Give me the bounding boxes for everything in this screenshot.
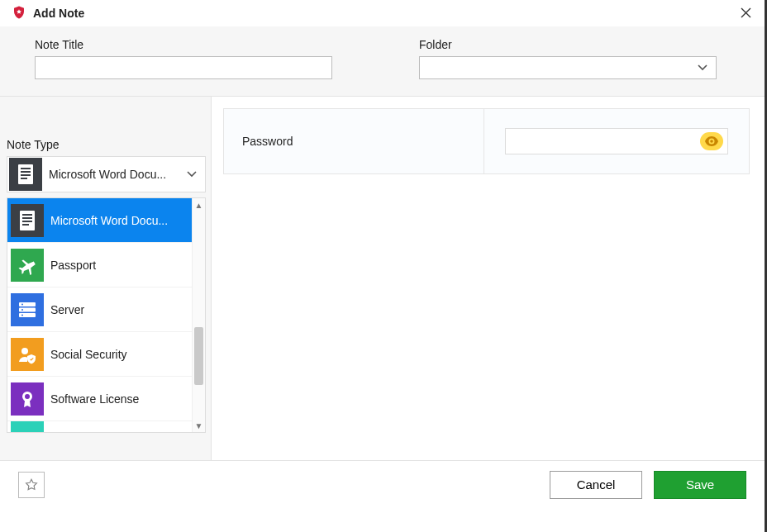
server-icon bbox=[11, 293, 44, 326]
document-icon bbox=[11, 204, 44, 237]
license-icon bbox=[11, 382, 44, 416]
scroll-up-arrow-icon: ▲ bbox=[193, 198, 205, 211]
list-item[interactable] bbox=[7, 421, 192, 432]
list-item[interactable]: Social Security bbox=[7, 332, 192, 377]
scrollbar[interactable]: ▲ ▼ bbox=[192, 198, 205, 432]
password-input-wrap bbox=[505, 128, 728, 154]
svg-rect-9 bbox=[22, 224, 29, 226]
cancel-button[interactable]: Cancel bbox=[550, 471, 642, 499]
favorite-button[interactable] bbox=[18, 472, 45, 498]
svg-point-16 bbox=[21, 348, 28, 354]
app-shield-icon bbox=[12, 5, 26, 22]
main-panel: Password bbox=[212, 97, 765, 460]
list-item-label: Software License bbox=[50, 392, 192, 406]
note-title-input[interactable] bbox=[35, 56, 332, 79]
save-button[interactable]: Save bbox=[654, 471, 746, 499]
password-field-row: Password bbox=[223, 108, 750, 174]
folder-label: Folder bbox=[419, 38, 717, 51]
chevron-down-icon bbox=[187, 171, 197, 178]
scroll-down-arrow-icon: ▼ bbox=[193, 419, 205, 432]
password-label: Password bbox=[242, 135, 293, 148]
svg-rect-1 bbox=[21, 168, 31, 169]
footer: Cancel Save bbox=[0, 460, 765, 508]
list-item-label: Passport bbox=[50, 259, 192, 272]
star-icon bbox=[24, 477, 39, 492]
svg-point-18 bbox=[25, 394, 30, 399]
document-icon bbox=[9, 158, 42, 191]
svg-point-14 bbox=[21, 309, 23, 311]
note-type-select-value: Microsoft Word Docu... bbox=[49, 168, 205, 181]
reveal-password-button[interactable] bbox=[700, 132, 723, 150]
plane-icon bbox=[11, 249, 44, 282]
svg-rect-2 bbox=[21, 171, 31, 173]
folder-select[interactable] bbox=[419, 56, 717, 79]
generic-icon bbox=[11, 421, 44, 432]
list-item[interactable]: Software License bbox=[7, 377, 192, 421]
window-title: Add Note bbox=[33, 7, 84, 20]
svg-rect-3 bbox=[21, 174, 31, 176]
list-item-label: Server bbox=[50, 303, 192, 316]
note-title-label: Note Title bbox=[35, 38, 332, 51]
list-item[interactable]: Server bbox=[7, 287, 192, 332]
sidebar: Note Type Microsoft Word Docu... Microso… bbox=[0, 97, 212, 460]
list-item-label: Microsoft Word Docu... bbox=[50, 214, 192, 227]
note-type-list: Microsoft Word Docu... Passport Server bbox=[7, 197, 206, 433]
svg-rect-7 bbox=[22, 217, 32, 219]
svg-point-15 bbox=[21, 314, 23, 316]
note-type-label: Note Type bbox=[0, 138, 211, 156]
svg-rect-6 bbox=[22, 214, 32, 216]
title-bar: Add Note bbox=[0, 0, 765, 26]
svg-point-19 bbox=[710, 140, 713, 143]
eye-icon bbox=[705, 136, 718, 146]
close-icon bbox=[741, 7, 751, 18]
svg-rect-4 bbox=[21, 178, 27, 179]
scrollbar-thumb[interactable] bbox=[194, 327, 203, 385]
header-section: Note Title Folder bbox=[0, 26, 765, 97]
list-item-label: Social Security bbox=[50, 348, 192, 361]
person-shield-icon bbox=[11, 338, 44, 371]
close-button[interactable] bbox=[736, 5, 756, 22]
list-item[interactable]: Passport bbox=[7, 243, 192, 287]
note-type-select[interactable]: Microsoft Word Docu... bbox=[7, 156, 206, 192]
password-input[interactable] bbox=[506, 129, 700, 154]
chevron-down-icon bbox=[698, 64, 707, 71]
svg-rect-8 bbox=[22, 221, 32, 222]
list-item[interactable]: Microsoft Word Docu... bbox=[7, 198, 192, 243]
svg-point-13 bbox=[21, 303, 23, 305]
